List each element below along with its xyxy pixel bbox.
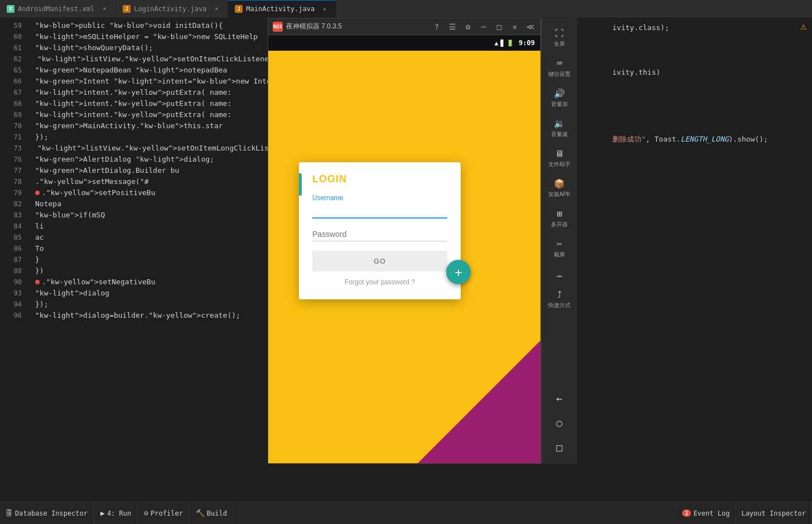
signal-icon: ▊	[500, 40, 504, 47]
tab-close-manifest[interactable]: ×	[100, 4, 109, 13]
code-line-85: ac	[35, 232, 268, 243]
profiler-label: Profiler	[151, 510, 183, 517]
status-right-group: 1 Event Log Layout Inspector	[676, 502, 812, 525]
fab-add-button[interactable]: +	[446, 260, 471, 284]
keymapping-label: 键位设置	[548, 70, 571, 78]
fullscreen-button[interactable]: ⛶ 全屏	[543, 23, 576, 52]
volume-down-label: 音量减	[551, 130, 568, 138]
file-label: 文件助手	[548, 161, 571, 168]
tab-icon-manifest: X	[7, 5, 14, 13]
tab-close-main[interactable]: ×	[320, 4, 329, 13]
home-button[interactable]: ○	[548, 411, 571, 434]
build-icon: 🔨	[196, 509, 205, 517]
code-line-86: To	[35, 243, 268, 254]
tab-manifest[interactable]: X AndroidManifest.xml ×	[0, 0, 116, 18]
layout-inspector-item[interactable]: Layout Inspector	[736, 502, 812, 525]
login-title: LOGIN	[312, 173, 447, 185]
back-button[interactable]: ←	[548, 387, 571, 409]
screenshot-icon: ✂	[557, 239, 562, 249]
settings-button[interactable]: ⚙	[462, 21, 473, 32]
code-line-60: "kw-light">mSQLiteHelper = "kw-blue">new…	[35, 31, 268, 42]
code-line-76: "kw-green">AlertDialog "kw-light">dialog…	[35, 154, 268, 165]
run-item[interactable]: ▶ 4: Run	[95, 502, 137, 525]
file-assistant-button[interactable]: 🖥 文件助手	[543, 144, 576, 173]
code-line-90: ."kw-yellow">setNegativeBu	[35, 276, 268, 288]
volume-up-label: 音量加	[551, 100, 568, 108]
code-line-87: }	[35, 254, 268, 265]
tab-login[interactable]: J LoginActivity.java ×	[116, 0, 228, 18]
tab-icon-main: J	[235, 5, 243, 13]
tab-close-login[interactable]: ×	[212, 4, 221, 13]
tab-icon-login: J	[123, 5, 130, 13]
code-line-83: "kw-blue">if(mSQ	[35, 210, 268, 221]
emulator-title: 夜神模拟器 7.0.3.5	[286, 22, 428, 31]
minimize-button[interactable]: ─	[478, 21, 489, 32]
card-accent-bar	[299, 173, 302, 196]
code-line-82: Notepa	[35, 198, 268, 210]
tab-bar: X AndroidManifest.xml × J LoginActivity.…	[0, 0, 812, 18]
status-bar: 🗄 Database Inspector ▶ 4: Run ⊙ Profiler…	[0, 502, 812, 524]
volume-up-icon: 🔊	[554, 88, 565, 99]
code-line-61: "kw-light">showQueryData();	[35, 42, 268, 54]
volume-up-button[interactable]: 🔊 音量加	[543, 84, 576, 113]
expand-button[interactable]: ≪	[525, 21, 536, 32]
emulator-controls: ? ☰ ⚙ ─ □ ✕ ≪	[431, 21, 536, 32]
volume-down-icon: 🔉	[554, 118, 565, 129]
code-line-70: "kw-green">MainActivity."kw-blue">this.s…	[35, 120, 268, 132]
run-label: 4: Run	[107, 510, 131, 517]
keymapping-icon: ⌨	[557, 58, 562, 69]
more-button[interactable]: …	[543, 264, 576, 284]
username-label: Username	[312, 194, 447, 202]
login-card: + LOGIN Username GO Forgot your password…	[299, 162, 461, 299]
emulator-titlebar: NOX 夜神模拟器 7.0.3.5 ? ☰ ⚙ ─ □ ✕ ≪	[268, 18, 540, 35]
code-line-62: "kw-light">listView."kw-yellow">setOnIte…	[35, 54, 268, 65]
event-log-item[interactable]: 1 Event Log	[676, 502, 736, 525]
line-numbers: 5960616265666768697071737677787982838485…	[0, 18, 31, 497]
screenshot-button[interactable]: ✂ 截屏	[543, 234, 576, 263]
code-line-96: "kw-light">dialog=builder."kw-yellow">cr…	[35, 310, 268, 321]
username-input[interactable]	[312, 204, 447, 219]
code-line-88: })	[35, 265, 268, 276]
menu-button[interactable]: ☰	[447, 21, 458, 32]
screenshot-label: 截屏	[554, 251, 565, 259]
code-line-77: "kw-green">AlertDialog.Builder bu	[35, 165, 268, 176]
apk-label: 安装APK	[548, 191, 571, 198]
emulator-screen: + LOGIN Username GO Forgot your password…	[268, 51, 540, 463]
fullscreen-icon: ⛶	[555, 28, 564, 38]
profiler-item[interactable]: ⊙ Profiler	[138, 502, 189, 525]
tab-main[interactable]: J MainActivity.java ×	[228, 0, 336, 18]
close-button[interactable]: ✕	[509, 21, 520, 32]
help-button[interactable]: ?	[431, 21, 442, 32]
emulator-window: NOX 夜神模拟器 7.0.3.5 ? ☰ ⚙ ─ □ ✕ ≪ ▲ ▊ 🔋 9:…	[268, 18, 541, 464]
keymapping-button[interactable]: ⌨ 键位设置	[543, 54, 576, 83]
database-inspector-item[interactable]: 🗄 Database Inspector	[0, 502, 94, 525]
forgot-password-link[interactable]: Forgot your password ?	[312, 278, 447, 286]
volume-down-button[interactable]: 🔉 音量减	[543, 114, 576, 143]
multi-open-button[interactable]: ⊞ 多开器	[543, 204, 576, 233]
event-log-label: Event Log	[693, 510, 729, 517]
editor-left: 5960616265666768697071737677787982838485…	[0, 18, 268, 497]
shortcut-button[interactable]: ⤴ 快捷方式	[543, 285, 576, 314]
install-apk-button[interactable]: 📦 安装APK	[543, 174, 576, 203]
go-button[interactable]: GO	[312, 250, 447, 271]
status-time: 9:09	[519, 39, 535, 47]
file-icon: 🖥	[555, 148, 564, 159]
tab-label-login: LoginActivity.java	[134, 5, 206, 13]
code-line-93: "kw-light">dialog	[35, 288, 268, 299]
build-label: Build	[207, 510, 227, 517]
recent-button[interactable]: □	[548, 436, 571, 458]
password-input[interactable]	[312, 227, 447, 241]
run-icon: ▶	[100, 509, 105, 517]
tab-label-main: MainActivity.java	[246, 5, 315, 13]
emulator-side-panel: ⛶ 全屏 ⌨ 键位设置 🔊 音量加 🔉 音量减 🖥 文件助手 📦 安装APK ⊞…	[541, 18, 577, 464]
maximize-button[interactable]: □	[494, 21, 505, 32]
wifi-icon: ▲	[495, 40, 499, 47]
status-icons: ▲ ▊ 🔋	[495, 40, 514, 47]
editor-right: ivity.class); ivity.this) 删除成功", Toast.L…	[577, 18, 812, 497]
code-line-68: "kw-light">intent."kw-yellow">putExtra( …	[35, 98, 268, 109]
code-line-84: li	[35, 221, 268, 232]
emulator-logo: NOX	[273, 22, 283, 32]
code-line-79: ."kw-yellow">setPositiveBu	[35, 187, 268, 198]
build-item[interactable]: 🔨 Build	[190, 502, 233, 525]
shortcut-icon: ⤴	[557, 289, 562, 300]
